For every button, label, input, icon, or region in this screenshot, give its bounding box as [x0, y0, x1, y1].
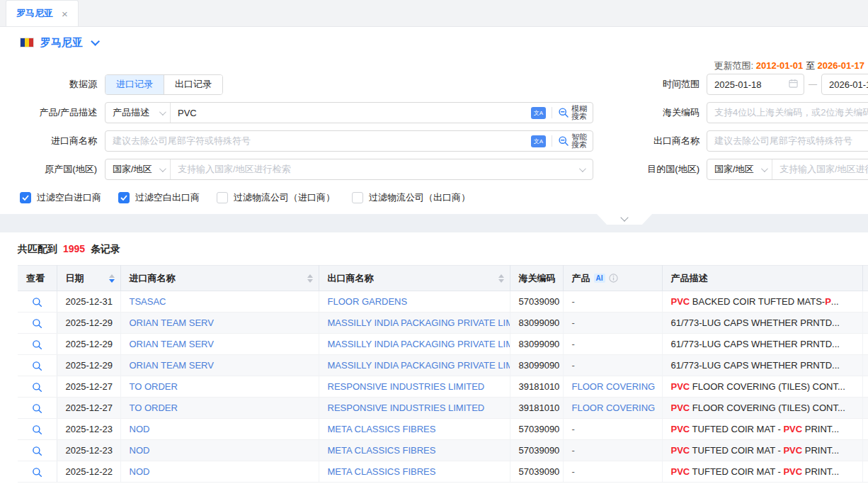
- results-panel: 共匹配到 1995 条记录 查看日期进口商名称出口商名称海关编码产品AI产品描述…: [0, 232, 868, 484]
- tab-close-icon[interactable]: ×: [62, 8, 68, 20]
- importer-cell: NOD: [120, 461, 319, 483]
- checkbox-unchecked-icon[interactable]: [217, 192, 228, 203]
- sort-icons[interactable]: [109, 274, 116, 283]
- info-icon[interactable]: [609, 274, 618, 283]
- exporter-link[interactable]: MASSILLY INDIA PACKAGING PRIVATE LIMI...: [328, 360, 510, 371]
- column-header-海关编码: 海关编码: [510, 266, 563, 291]
- column-header-日期[interactable]: 日期: [57, 266, 120, 291]
- sort-asc-icon[interactable]: [307, 274, 313, 278]
- exporter-link[interactable]: FLOOR GARDENS: [328, 296, 408, 307]
- highlighted-keyword: PVC: [671, 424, 690, 434]
- origin-country-input[interactable]: 支持输入国家/地区进行检索: [171, 159, 579, 179]
- view-record-button[interactable]: [32, 297, 42, 308]
- date-start-input[interactable]: 2025-01-18: [707, 74, 804, 95]
- importer-link[interactable]: ORIAN TEAM SERV: [130, 317, 214, 328]
- product-cell: -: [563, 313, 662, 334]
- product-type-select[interactable]: 产品描述: [105, 103, 171, 123]
- product-description-cell: PVC FLOOR COVERING (TILES) CONT...: [662, 398, 862, 419]
- view-record-button[interactable]: [32, 382, 42, 393]
- importer-link[interactable]: NOD: [130, 445, 150, 456]
- sort-desc-icon[interactable]: [307, 279, 313, 283]
- results-table: 查看日期进口商名称出口商名称海关编码产品AI产品描述 2025-12-31TSA…: [18, 265, 868, 483]
- translate-icon[interactable]: 文A: [531, 135, 546, 147]
- importer-link[interactable]: NOD: [130, 466, 150, 477]
- column-header-出口商名称[interactable]: 出口商名称: [319, 266, 510, 291]
- time-range-label: 时间范围: [593, 78, 699, 91]
- view-cell: [18, 291, 57, 313]
- importer-link[interactable]: NOD: [130, 424, 150, 434]
- sort-desc-icon[interactable]: [109, 279, 115, 283]
- column-header-查看: 查看: [18, 266, 57, 291]
- exporter-link[interactable]: RESPONSIVE INDUSTRIES LIMITED: [328, 403, 485, 413]
- fuzzy-search-button[interactable]: 模糊搜索: [558, 105, 593, 120]
- exporter-link[interactable]: RESPONSIVE INDUSTRIES LIMITED: [328, 381, 485, 392]
- importer-link[interactable]: ORIAN TEAM SERV: [130, 339, 214, 349]
- sort-desc-icon[interactable]: [498, 279, 504, 283]
- date-end-input[interactable]: 2026-01-17: [821, 74, 868, 95]
- exporter-link[interactable]: MASSILLY INDIA PACKAGING PRIVATE LIMI...: [328, 339, 510, 349]
- description-text: 61/773-LUG CAPS WHETHER PRNTD...: [671, 317, 840, 328]
- product-link[interactable]: FLOOR COVERING: [572, 381, 656, 392]
- dest-country-type-select[interactable]: 国家/地区: [707, 159, 772, 179]
- product-link[interactable]: FLOOR COVERING: [572, 403, 656, 413]
- filter-checkbox-1[interactable]: 过滤空白出口商: [118, 191, 200, 204]
- tab-romania[interactable]: 罗马尼亚 ×: [6, 0, 79, 26]
- highlighted-keyword: PVC: [671, 445, 690, 456]
- view-cell: [18, 376, 57, 398]
- sort-icons[interactable]: [307, 274, 314, 283]
- checkbox-checked-icon[interactable]: [20, 192, 31, 203]
- sort-asc-icon[interactable]: [498, 274, 504, 278]
- filter-checkbox-3[interactable]: 过滤物流公司（出口商）: [352, 191, 470, 204]
- view-record-button[interactable]: [32, 403, 42, 414]
- chevron-down-icon[interactable]: [91, 37, 100, 46]
- product-description-cell: 61/773-LUG CAPS WHETHER PRNTD...: [662, 313, 862, 334]
- sort-icons[interactable]: [498, 274, 506, 283]
- importer-input[interactable]: 建议去除公司尾部字符或特殊符号: [105, 131, 531, 151]
- exporter-link[interactable]: MASSILLY INDIA PACKAGING PRIVATE LIMI...: [328, 317, 510, 328]
- importer-link[interactable]: ORIAN TEAM SERV: [130, 360, 214, 371]
- exporter-link[interactable]: META CLASSICS FIBRES: [328, 445, 436, 456]
- product-cell: -: [563, 355, 662, 376]
- exporter-cell: META CLASSICS FIBRES: [319, 461, 510, 483]
- importer-link[interactable]: TO ORDER: [130, 403, 178, 413]
- exporter-cell: MASSILLY INDIA PACKAGING PRIVATE LIMI...: [319, 313, 510, 334]
- filter-checkbox-row: 过滤空白进口商过滤空白出口商过滤物流公司（进口商）过滤物流公司（出口商）: [0, 191, 868, 204]
- product-description-cell: PVC TUFTED COIR MAT - PVC PRINT...: [662, 440, 862, 461]
- date-end-value: 2026-01-17: [829, 79, 868, 90]
- sort-asc-icon[interactable]: [109, 274, 115, 278]
- checkbox-checked-icon[interactable]: [118, 192, 130, 203]
- filter-checkbox-0[interactable]: 过滤空白进口商: [20, 191, 101, 204]
- hs-code-input[interactable]: 支持4位以上海关编码，或2位海关编码加产品描述: [707, 102, 868, 123]
- smart-search-button[interactable]: 智能搜索: [558, 133, 593, 149]
- tab-export-records[interactable]: 出口记录: [164, 75, 222, 94]
- importer-cell: TSASAC: [120, 291, 319, 313]
- origin-country-type-select[interactable]: 国家/地区: [105, 159, 171, 179]
- checkbox-unchecked-icon[interactable]: [352, 192, 363, 203]
- chevron-down-icon[interactable]: [579, 165, 586, 172]
- exporter-link[interactable]: META CLASSICS FIBRES: [328, 466, 436, 477]
- column-header-进口商名称[interactable]: 进口商名称: [120, 266, 319, 291]
- view-record-button[interactable]: [32, 467, 42, 478]
- importer-link[interactable]: TSASAC: [130, 296, 166, 307]
- update-range-label: 更新范围:: [714, 60, 754, 71]
- country-title[interactable]: 罗马尼亚: [40, 36, 83, 50]
- dest-country-input[interactable]: 支持输入国家/地区进行检索: [772, 159, 868, 179]
- translate-icon[interactable]: 文A: [531, 107, 546, 119]
- exporter-cell: RESPONSIVE INDUSTRIES LIMITED: [319, 398, 510, 419]
- view-record-button[interactable]: [32, 318, 42, 329]
- date-start-value: 2025-01-18: [714, 79, 762, 90]
- exporter-link[interactable]: META CLASSICS FIBRES: [328, 424, 436, 434]
- product-search-input[interactable]: PVC: [171, 103, 531, 123]
- exporter-input[interactable]: 建议去除公司尾部字符或特殊符号: [707, 130, 868, 152]
- hs-code-cell: 57039090: [510, 419, 563, 440]
- highlighted-keyword: PVC: [671, 403, 690, 413]
- importer-link[interactable]: TO ORDER: [130, 381, 178, 392]
- product-cell: -: [563, 461, 662, 483]
- column-label: 产品描述: [671, 272, 708, 285]
- view-record-button[interactable]: [32, 424, 42, 435]
- view-record-button[interactable]: [32, 361, 42, 371]
- view-record-button[interactable]: [32, 446, 42, 456]
- filter-checkbox-2[interactable]: 过滤物流公司（进口商）: [217, 191, 335, 204]
- tab-import-records[interactable]: 进口记录: [105, 75, 164, 94]
- view-record-button[interactable]: [32, 339, 42, 350]
